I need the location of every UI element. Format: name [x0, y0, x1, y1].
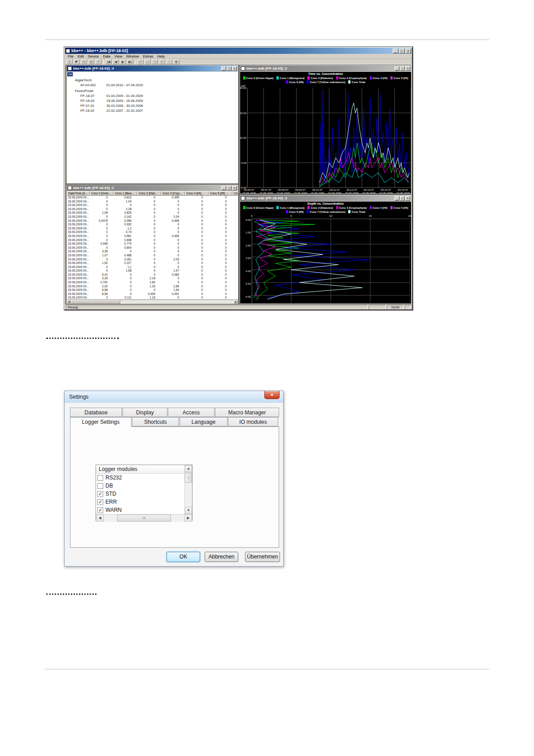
table-row[interactable]: 15.06.2009 09...01,5801,97000 [67, 269, 238, 273]
scroll-track[interactable] [185, 483, 192, 507]
menu-window[interactable]: Window [124, 54, 140, 58]
table-row[interactable]: 15.06.2009 09...1,070,48800000 [67, 254, 238, 258]
child3-titlebar[interactable]: bbe++.bdb [FP-18-03] :3 _□× [240, 195, 411, 201]
table-row[interactable]: 15.06.2009 09...2,9201,332,85000 [67, 285, 238, 289]
table-row[interactable]: 15.06.2009 09...6,68001,54000 [67, 288, 238, 292]
checkbox-unchecked-icon[interactable] [97, 483, 103, 489]
scroll-right-icon[interactable]: ▶ [234, 300, 238, 303]
tree-group-label[interactable]: AlgaeTorch [75, 78, 238, 82]
nav-next-button[interactable]: ▶ [120, 59, 126, 64]
table-row[interactable]: 15.06.2009 09...0,04750,95600,908000 [67, 219, 238, 223]
table-row[interactable]: 15.06.2009 09...00,81300,495000 [67, 196, 238, 200]
table-row[interactable]: 15.06.2009 09...1,520,22700000 [67, 261, 238, 265]
table-row[interactable]: 15.06.2009 09...0,9450,77900000 [67, 242, 238, 246]
print-button[interactable]: ▦ [88, 59, 94, 64]
checkbox-unchecked-icon[interactable] [97, 475, 103, 481]
minimize-button[interactable]: _ [221, 186, 226, 190]
logger-module-item[interactable]: ✓STD [96, 490, 184, 498]
table-row[interactable]: 15.06.2009 09...00,14202,09000 [67, 215, 238, 219]
maximize-button[interactable]: □ [227, 186, 232, 190]
column-header[interactable]: Date/Time [d... [67, 191, 90, 196]
scroll-track[interactable]: III [104, 514, 184, 522]
tab-language[interactable]: Language [179, 417, 228, 426]
help-button[interactable]: ? [95, 59, 101, 64]
tab-database[interactable]: Database [70, 408, 122, 417]
table-row[interactable]: 15.06.2009 09...0,79202,820000 [67, 281, 238, 285]
abbrechen-button[interactable]: Abbrechen [205, 552, 238, 562]
tab-access[interactable]: Access [168, 408, 214, 417]
tree-group-label[interactable]: FluoroProbe [75, 89, 238, 93]
close-icon[interactable]: × [264, 391, 280, 399]
uebernehmen-button[interactable]: Übernehmen [245, 552, 280, 562]
checkbox-checked-icon[interactable]: ✓ [97, 507, 103, 513]
logger-module-item[interactable]: RS232 [96, 474, 184, 482]
checkbox-checked-icon[interactable]: ✓ [97, 491, 103, 497]
menu-edit[interactable]: Edit [76, 54, 86, 58]
table-row[interactable]: 15.06.2009 09...00,1111,160000 [67, 296, 238, 299]
column-header[interactable]: Conc 3 [Cryp... [161, 191, 185, 196]
table-row[interactable]: 15.06.2009 09...00,80400000 [67, 246, 238, 250]
scroll-left-icon[interactable]: ◀ [96, 514, 104, 522]
scroll-thumb[interactable] [71, 300, 120, 303]
range-1d-button[interactable]: 1d [144, 59, 151, 64]
scroll-right-icon[interactable]: ▶ [184, 514, 192, 522]
maximize-button[interactable]: □ [400, 66, 405, 71]
table-row[interactable]: 15.06.2009 09...1,080,82900000 [67, 211, 238, 215]
settings-titlebar[interactable]: Settings × [65, 391, 283, 403]
menu-extras[interactable]: Extras [141, 54, 155, 58]
range-6h-button[interactable]: 6h [137, 59, 144, 64]
column-header[interactable]: Conc 4 [#4]... [185, 191, 209, 196]
close-button[interactable]: × [405, 66, 410, 71]
scroll-thumb[interactable]: III [117, 514, 171, 522]
table-row[interactable]: 15.06.2009 09...01,200000 [67, 227, 238, 231]
scroll-up-icon[interactable]: ▲ [185, 465, 192, 472]
tree-item[interactable]: FP-18-0701.04.2009 - 01.04.2009 [80, 94, 238, 98]
maximize-button[interactable]: □ [227, 66, 232, 71]
range-7d-button[interactable]: 7d [152, 59, 158, 64]
table-row[interactable]: 15.06.2009 09...02,2800000 [67, 207, 238, 211]
minimize-button[interactable]: _ [394, 196, 399, 201]
table-row[interactable]: 15.06.2009 09...5,41000,083000 [67, 273, 238, 277]
close-button[interactable]: × [405, 48, 411, 53]
minimize-button[interactable]: _ [394, 66, 399, 71]
menu-data[interactable]: Data [101, 54, 112, 58]
table-row[interactable]: 15.06.2009 09...3,2602,180000 [67, 277, 238, 281]
scroll-thumb[interactable]: ≡ [185, 473, 192, 483]
tab-macro-manager[interactable]: Macro Manager [215, 408, 279, 417]
table-row[interactable]: 15.06.2009 09...3,35000000 [67, 250, 238, 254]
menu-help[interactable]: Help [155, 54, 166, 58]
close-button[interactable]: × [232, 66, 237, 71]
settings-gear-button[interactable]: ⚙ [173, 59, 179, 64]
close-button[interactable]: × [405, 196, 410, 201]
tab-display[interactable]: Display [123, 408, 167, 417]
table-horizontal-scrollbar[interactable]: ◀ ▶ [67, 299, 238, 303]
table-row[interactable]: 15.06.2009 09...01,100000 [67, 265, 238, 269]
horizontal-scrollbar[interactable]: ◀ III ▶ [96, 514, 192, 522]
tree-item[interactable]: AT-04-00201.04.2010 - 07.04.2010 [80, 83, 238, 87]
tree-item[interactable]: FP-15-0222.02.2007 - 22.02.2007 [80, 109, 238, 113]
range-year-button[interactable]: Y [166, 59, 172, 64]
menu-file[interactable]: File [66, 54, 75, 58]
save-button[interactable]: ▤ [81, 59, 87, 64]
tree-selected-node[interactable]: 08 [67, 72, 73, 76]
table-row[interactable]: 15.06.2009 09...00,7400000 [67, 230, 238, 234]
app-titlebar[interactable]: bbe++ - bbe++.bdb [FP-18-03] _□× [65, 48, 412, 54]
child4-titlebar[interactable]: bbe++.bdb [FP-18-03] :4 _□× [67, 66, 238, 71]
tree-item[interactable]: FP-18-0315.06.2009 - 15.06.2009 [80, 99, 238, 103]
tab-shortcuts[interactable]: Shortcuts [132, 417, 179, 426]
vertical-scrollbar[interactable]: ▲ ≡ ▼ [184, 465, 192, 514]
range-month-button[interactable]: M [159, 59, 165, 64]
table-row[interactable]: 15.06.2009 09...6,5600,9390,492000 [67, 292, 238, 296]
table-row[interactable]: 15.06.2009 09...00,93200000 [67, 223, 238, 227]
logger-module-item[interactable]: DB [96, 482, 184, 490]
close-button[interactable]: × [232, 186, 237, 190]
nav-first-button[interactable]: |◀ [105, 59, 112, 64]
minimize-button[interactable]: _ [393, 48, 398, 53]
maximize-button[interactable]: □ [399, 48, 405, 53]
table-row[interactable]: 15.06.2009 09...0000000 [67, 203, 238, 207]
menu-device[interactable]: Device [86, 54, 101, 58]
table-row[interactable]: 15.06.2009 09...00,56100,906000 [67, 234, 238, 238]
open-file-button[interactable]: ◤ [74, 59, 80, 64]
logger-module-item[interactable]: ✓ERR [96, 498, 184, 506]
ok-button[interactable]: OK [166, 552, 200, 562]
